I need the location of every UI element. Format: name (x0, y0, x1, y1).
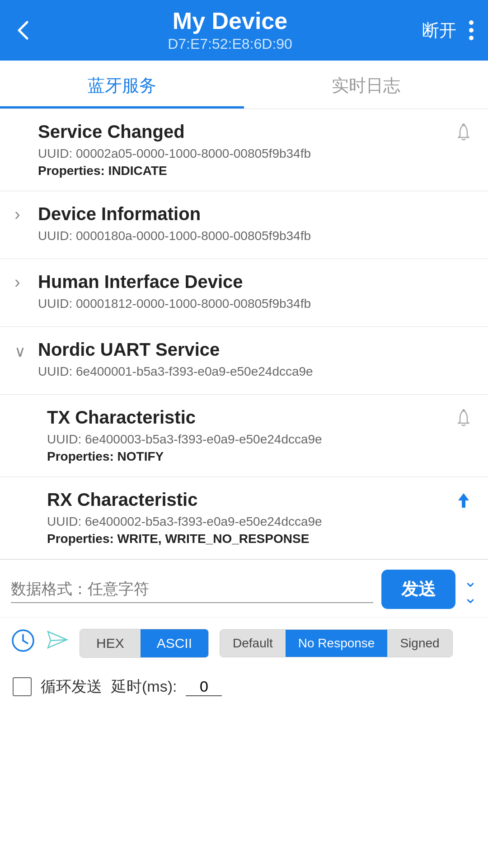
props-value: WRITE, WRITE_NO_RESPONSE (117, 532, 310, 546)
header-actions: 断开 (422, 18, 475, 43)
loop-checkbox[interactable] (13, 677, 32, 696)
service-changed[interactable]: Service Changed UUID: 00002a05-0000-1000… (0, 109, 488, 191)
tab-bluetooth[interactable]: 蓝牙服务 (0, 61, 244, 108)
send-button[interactable]: 发送 (381, 570, 455, 609)
props-value: NOTIFY (117, 449, 164, 463)
device-information-name: Device Information (38, 204, 311, 224)
uuid-value: 6e400003-b5a3-f393-e0a9-e50e24dcca9e (85, 432, 322, 446)
uuid-value: 0000180a-0000-1000-8000-00805f9b34fb (76, 229, 311, 243)
uuid-value: 6e400002-b5a3-f393-e0a9-e50e24dcca9e (85, 514, 322, 528)
tx-characteristic[interactable]: TX Characteristic UUID: 6e400003-b5a3-f3… (0, 395, 488, 477)
bottom-toolbar: HEX ASCII Default No Response Signed (0, 617, 488, 666)
service-list: Service Changed UUID: 00002a05-0000-1000… (0, 109, 488, 559)
nordic-uart-service[interactable]: ∨ Nordic UART Service UUID: 6e400001-b5a… (0, 327, 488, 395)
svg-line-5 (23, 641, 28, 643)
nordic-uart-info: Nordic UART Service UUID: 6e400001-b5a3-… (38, 340, 313, 382)
tabs: 蓝牙服务 实时日志 (0, 61, 488, 109)
device-information-inner: › Device Information UUID: 0000180a-0000… (14, 204, 311, 246)
rx-inner: RX Characteristic UUID: 6e400002-b5a3-f3… (23, 490, 322, 546)
human-interface-name: Human Interface Device (38, 272, 311, 292)
disconnect-button[interactable]: 断开 (422, 19, 456, 42)
uuid-label: UUID: (38, 229, 72, 243)
hex-button[interactable]: HEX (80, 629, 141, 657)
human-interface-info: Human Interface Device UUID: 00001812-00… (38, 272, 311, 314)
props-label: Properties: (38, 164, 105, 178)
chevron-device-information: › (14, 205, 31, 224)
svg-marker-2 (458, 493, 469, 508)
upload-icon-rx[interactable] (454, 490, 474, 515)
signed-button[interactable]: Signed (387, 630, 452, 657)
device-information-info: Device Information UUID: 0000180a-0000-1… (38, 204, 311, 246)
uuid-label: UUID: (38, 297, 72, 311)
rx-name: RX Characteristic (47, 490, 322, 510)
tx-props: Properties: NOTIFY (47, 449, 322, 464)
bell-icon-tx[interactable] (454, 407, 474, 433)
props-label: Properties: (47, 449, 114, 463)
response-group: Default No Response Signed (220, 629, 453, 657)
uuid-value: 00002a05-0000-1000-8000-00805f9b34fb (76, 146, 311, 160)
uuid-value: 00001812-0000-1000-8000-00805f9b34fb (76, 297, 311, 311)
uuid-label: UUID: (47, 514, 81, 528)
device-name: My Device (38, 8, 422, 34)
human-interface-uuid: UUID: 00001812-0000-1000-8000-00805f9b34… (38, 297, 311, 311)
loop-label: 循环发送 (41, 676, 102, 697)
device-mac: D7:E7:52:E8:6D:90 (38, 36, 422, 52)
svg-point-0 (462, 123, 465, 126)
header: My Device D7:E7:52:E8:6D:90 断开 (0, 0, 488, 61)
props-value: INDICATE (108, 164, 167, 178)
chevron-nordic-uart: ∨ (14, 342, 31, 360)
default-button[interactable]: Default (220, 630, 286, 657)
uuid-label: UUID: (38, 146, 72, 160)
expand-button[interactable]: ⌄ ⌄ (464, 573, 477, 606)
service-changed-info: Service Changed UUID: 00002a05-0000-1000… (38, 122, 311, 178)
nordic-uart-name: Nordic UART Service (38, 340, 313, 360)
service-changed-inner: Service Changed UUID: 00002a05-0000-1000… (14, 122, 311, 178)
rx-characteristic[interactable]: RX Characteristic UUID: 6e400002-b5a3-f3… (0, 477, 488, 559)
ascii-button[interactable]: ASCII (141, 629, 208, 657)
chevron-human-interface: › (14, 273, 31, 292)
svg-point-1 (462, 409, 465, 412)
loop-send-row: 循环发送 延时(ms): (0, 666, 488, 707)
clock-icon[interactable] (11, 628, 35, 658)
send-input[interactable] (11, 576, 373, 603)
bell-icon-service-changed[interactable] (454, 122, 474, 147)
tx-info: TX Characteristic UUID: 6e400003-b5a3-f3… (47, 407, 322, 464)
rx-uuid: UUID: 6e400002-b5a3-f393-e0a9-e50e24dcca… (47, 514, 322, 529)
human-interface-device[interactable]: › Human Interface Device UUID: 00001812-… (0, 259, 488, 327)
uuid-label: UUID: (38, 364, 72, 378)
nordic-uart-uuid: UUID: 6e400001-b5a3-f393-e0a9-e50e24dcca… (38, 364, 313, 379)
rx-props: Properties: WRITE, WRITE_NO_RESPONSE (47, 532, 322, 546)
loop-delay-input[interactable] (186, 678, 222, 696)
dot3 (469, 36, 474, 40)
nordic-uart-inner: ∨ Nordic UART Service UUID: 6e400001-b5a… (14, 340, 313, 382)
service-changed-props: Properties: INDICATE (38, 164, 311, 178)
tx-uuid: UUID: 6e400003-b5a3-f393-e0a9-e50e24dcca… (47, 432, 322, 447)
more-button[interactable] (467, 18, 475, 43)
loop-delay-label: 延时(ms): (111, 676, 177, 697)
device-information-uuid: UUID: 0000180a-0000-1000-8000-00805f9b34… (38, 229, 311, 243)
uuid-label: UUID: (47, 432, 81, 446)
dot1 (469, 20, 474, 25)
back-button[interactable] (9, 16, 38, 45)
rx-info: RX Characteristic UUID: 6e400002-b5a3-f3… (47, 490, 322, 546)
uuid-value: 6e400001-b5a3-f393-e0a9-e50e24dcca9e (76, 364, 313, 378)
device-information[interactable]: › Device Information UUID: 0000180a-0000… (0, 191, 488, 259)
tx-name: TX Characteristic (47, 407, 322, 428)
dot2 (469, 28, 474, 33)
send-area: 发送 ⌄ ⌄ (0, 559, 488, 617)
service-changed-uuid: UUID: 00002a05-0000-1000-8000-00805f9b34… (38, 146, 311, 161)
human-interface-device-inner: › Human Interface Device UUID: 00001812-… (14, 272, 311, 314)
props-label: Properties: (47, 532, 114, 546)
encoding-group: HEX ASCII (80, 629, 209, 658)
no-response-button[interactable]: No Response (286, 630, 388, 657)
tx-inner: TX Characteristic UUID: 6e400003-b5a3-f3… (23, 407, 322, 464)
tab-log[interactable]: 实时日志 (244, 61, 488, 108)
header-center: My Device D7:E7:52:E8:6D:90 (38, 8, 422, 52)
send-plane-icon[interactable] (46, 630, 69, 657)
service-changed-name: Service Changed (38, 122, 311, 142)
